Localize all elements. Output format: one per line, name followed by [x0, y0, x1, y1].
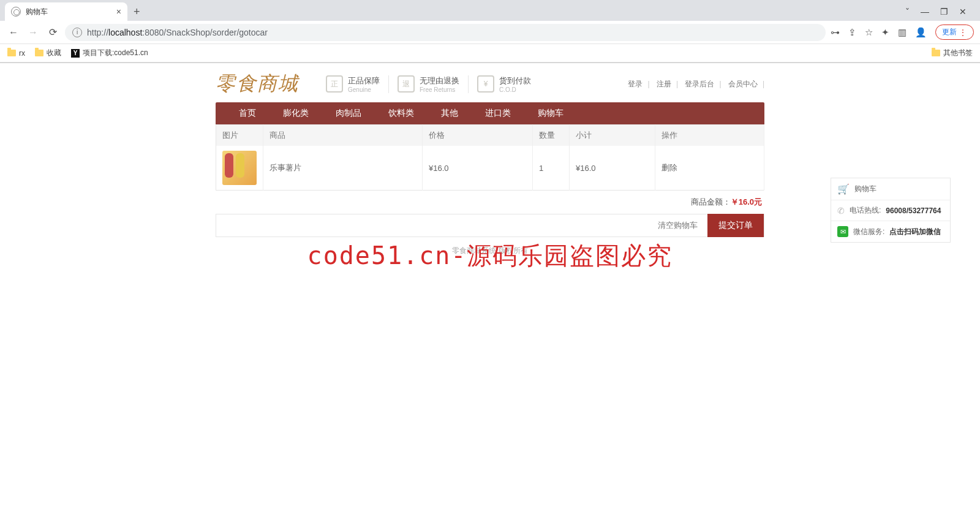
- tab-strip: 购物车 × + ˅ — ❐ ✕: [0, 0, 980, 21]
- top-links: 登录| 注册| 登录后台| 会员中心|: [623, 79, 764, 89]
- cart-summary: 商品金额：￥16.0元: [216, 191, 764, 214]
- th-action: 操作: [655, 125, 764, 146]
- nav-home[interactable]: 首页: [225, 108, 270, 119]
- other-bookmarks[interactable]: 其他书签: [932, 48, 973, 58]
- nav-puffed[interactable]: 膨化类: [270, 108, 322, 119]
- bookmark-code51[interactable]: Y项目下载:code51.cn: [71, 48, 148, 58]
- th-image: 图片: [216, 125, 263, 146]
- nav-cart[interactable]: 购物车: [524, 108, 577, 119]
- key-icon[interactable]: ⊶: [831, 27, 840, 38]
- nav-meat[interactable]: 肉制品: [322, 108, 375, 119]
- maximize-icon[interactable]: ❐: [940, 7, 948, 17]
- reload-button[interactable]: ⟳: [45, 25, 60, 40]
- address-bar[interactable]: i http://localhost:8080/SnackShop/sorder…: [65, 24, 826, 41]
- share-icon[interactable]: ⇪: [848, 27, 856, 38]
- side-widget: 🛒 购物车 ✆ 电话热线: 96008/53277764 ✉ 微信服务: 点击扫…: [831, 178, 951, 243]
- folder-icon: [35, 50, 43, 56]
- close-window-icon[interactable]: ✕: [959, 7, 967, 17]
- minimize-icon[interactable]: —: [921, 7, 929, 17]
- chevron-down-icon[interactable]: ˅: [905, 7, 910, 17]
- extensions-icon[interactable]: ✦: [881, 27, 889, 38]
- nav-other[interactable]: 其他: [428, 108, 472, 119]
- cell-price: ¥16.0: [423, 146, 533, 191]
- site-logo[interactable]: 零食商城: [216, 70, 299, 97]
- profile-icon[interactable]: 👤: [915, 27, 927, 38]
- forward-button[interactable]: →: [26, 25, 40, 40]
- th-qty: 数量: [533, 125, 570, 146]
- folder-icon: [932, 50, 940, 56]
- cart-table: 图片 商品 价格 数量 小计 操作 乐事薯片 ¥16.0 1 ¥16.0 删除: [216, 124, 764, 191]
- globe-icon: [11, 7, 21, 17]
- guarantee-badges: 正 正品保障Genuine 退 无理由退换Free Returns ¥ 货到付款…: [317, 75, 540, 93]
- close-icon[interactable]: ×: [116, 7, 121, 17]
- main-nav: 首页 膨化类 肉制品 饮料类 其他 进口类 购物车: [216, 102, 764, 124]
- submit-order-button[interactable]: 提交订单: [707, 214, 764, 237]
- badge-returns: 退 无理由退换Free Returns: [389, 75, 469, 93]
- browser-tab[interactable]: 购物车 ×: [5, 2, 127, 21]
- shield-icon: 正: [326, 75, 343, 93]
- new-tab-button[interactable]: +: [134, 6, 140, 18]
- bookmarks-bar: rx 收藏 Y项目下载:code51.cn 其他书签: [0, 44, 980, 62]
- cart-actions: 清空购物车 提交订单: [216, 214, 764, 237]
- side-wechat[interactable]: ✉ 微信服务: 点击扫码加微信: [831, 221, 950, 242]
- cell-qty: 1: [533, 146, 570, 191]
- product-thumbnail[interactable]: [222, 151, 257, 185]
- cart-icon: 🛒: [837, 183, 850, 195]
- summary-label: 商品金额：: [691, 197, 731, 206]
- bookmark-fav[interactable]: 收藏: [35, 48, 61, 58]
- folder-icon: [7, 50, 16, 56]
- side-cart[interactable]: 🛒 购物车: [831, 178, 950, 200]
- panel-icon[interactable]: ▥: [898, 27, 907, 38]
- back-button[interactable]: ←: [6, 25, 21, 40]
- browser-chrome: 购物车 × + ˅ — ❐ ✕ ← → ⟳ i http://localhost…: [0, 0, 980, 63]
- site-header: 零食商城 正 正品保障Genuine 退 无理由退换Free Returns ¥…: [216, 63, 764, 102]
- link-member[interactable]: 会员中心: [723, 80, 763, 88]
- window-controls: ˅ — ❐ ✕: [905, 7, 975, 17]
- nav-drinks[interactable]: 饮料类: [375, 108, 428, 119]
- wechat-icon: ✉: [837, 226, 848, 237]
- bookmark-rx[interactable]: rx: [7, 49, 25, 58]
- link-register[interactable]: 注册: [652, 80, 676, 88]
- tab-title: 购物车: [26, 7, 48, 17]
- cell-name: 乐事薯片: [263, 146, 423, 191]
- delete-link[interactable]: 删除: [662, 163, 677, 172]
- summary-amount: ￥16.0元: [731, 197, 762, 206]
- cell-subtotal: ¥16.0: [570, 146, 655, 191]
- url-text: http://localhost:8080/SnackShop/sorder/g…: [87, 28, 268, 37]
- th-name: 商品: [263, 125, 423, 146]
- badge-cod: ¥ 货到付款C.O.D: [469, 75, 540, 93]
- link-login[interactable]: 登录: [623, 80, 647, 88]
- th-subtotal: 小计: [570, 125, 655, 146]
- footer-note: 零食商城系统 版权所有: [216, 237, 764, 265]
- update-button[interactable]: 更新⋮: [935, 25, 974, 40]
- cod-icon: ¥: [477, 75, 494, 93]
- th-price: 价格: [423, 125, 533, 146]
- info-icon[interactable]: i: [72, 28, 82, 37]
- table-row: 乐事薯片 ¥16.0 1 ¥16.0 删除: [216, 146, 764, 191]
- browser-toolbar: ← → ⟳ i http://localhost:8080/SnackShop/…: [0, 21, 980, 44]
- clear-cart-button[interactable]: 清空购物车: [648, 220, 707, 231]
- nav-import[interactable]: 进口类: [472, 108, 524, 119]
- badge-genuine: 正 正品保障Genuine: [317, 75, 389, 93]
- star-icon[interactable]: ☆: [865, 27, 873, 38]
- phone-icon: ✆: [837, 206, 845, 216]
- return-icon: 退: [398, 75, 415, 93]
- site-icon: Y: [71, 49, 80, 58]
- table-header-row: 图片 商品 价格 数量 小计 操作: [216, 125, 764, 146]
- link-admin[interactable]: 登录后台: [680, 80, 719, 88]
- side-hotline: ✆ 电话热线: 96008/53277764: [831, 200, 950, 221]
